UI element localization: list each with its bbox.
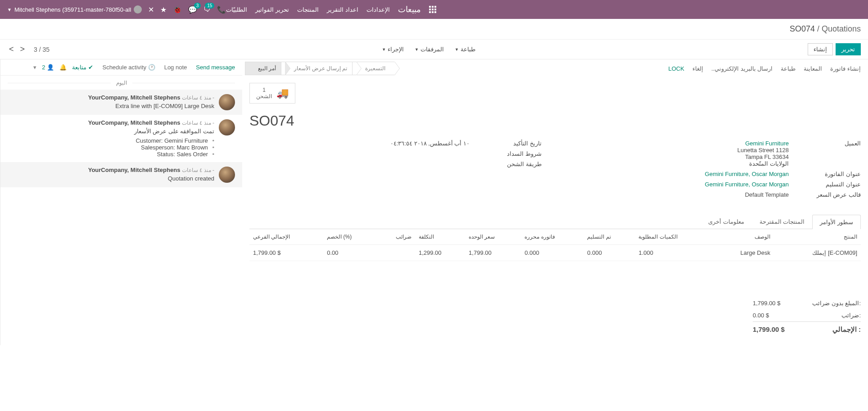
col-unit-price: سعر الوحده (465, 229, 521, 245)
customer-value: Gemini Furniture Lunetta Street 1128 Tam… (569, 140, 789, 167)
lock-button[interactable]: LOCK (669, 65, 684, 72)
confirm-date-label: تاريخ التأكيد (488, 140, 542, 147)
chat-icon[interactable]: 💬3 (188, 5, 197, 14)
tab-other-info[interactable]: معلومات أخرى (701, 214, 752, 229)
apps-icon[interactable] (429, 6, 436, 13)
controls-row: < > 3 / 35 ▼ الإجراء ▼ المرفقات ▼ طباعة … (0, 40, 868, 59)
payment-terms-label: شروط السداد (488, 150, 542, 157)
svg-rect-3 (429, 9, 431, 10)
svg-rect-5 (434, 9, 436, 10)
schedule-activity-link[interactable]: Schedule activity 🕐 (102, 64, 155, 71)
chat-badge: 3 (194, 3, 201, 9)
col-cost: التكلفة (415, 229, 465, 245)
col-qty: الكميات المطلوبة (635, 229, 712, 245)
invoice-address-label: عنوان الفاتورة (807, 171, 861, 177)
top-navbar: ▼ Mitchell Stephens (359711-master-780f5… (0, 0, 868, 19)
send-email-button[interactable]: ارسال بالبريد الإلكتروني.. (711, 65, 773, 72)
chatter-message[interactable]: - منذ ٤ ساعات YourCompany, Mitchell Step… (0, 162, 242, 187)
col-invoiced: فاتوره محرره (521, 229, 583, 245)
delivery-address-label: عنوان التسليم (807, 181, 861, 188)
chatter-message[interactable]: - منذ ٤ ساعات YourCompany, Mitchell Step… (0, 90, 242, 115)
untaxed-value: 1,799.00 $ (753, 300, 780, 307)
total-label: الإجمالي : (832, 325, 861, 334)
phone-icon[interactable]: 📞 (217, 5, 226, 14)
print-button[interactable]: طباعة (781, 65, 796, 72)
message-content: Quotation created (8, 175, 214, 182)
form-view: إنشاء فاتورة المعاينة طباعة ارسال بالبري… (242, 59, 868, 345)
nav-products[interactable]: المنتجات (297, 6, 319, 13)
table-row[interactable]: [E-COM09] إيملك Large Desk 1.000 0.000 0… (249, 245, 861, 261)
day-separator: اليوم (0, 76, 242, 90)
col-discount: الخصم (%) (323, 229, 377, 245)
col-product: المنتج (774, 229, 861, 245)
breadcrumb-row: SO074 / Quotations (0, 19, 868, 40)
truck-icon: 🚚 (276, 87, 289, 99)
totals-box: 1,799.00 $المبلغ بدون ضرائب: 0.00 $ضرائب… (753, 297, 861, 336)
app-brand: مبيعات (398, 5, 421, 14)
create-button[interactable]: إنشاء (808, 43, 833, 55)
message-content: تمت الموافقه على عرض الأسعار Customer: G… (8, 128, 214, 158)
next-arrow-icon[interactable]: > (18, 45, 27, 54)
taxes-value: 0.00 $ (753, 312, 769, 319)
tabs: سطور الأوامر المنتجات المقترحة معلومات أ… (249, 214, 861, 229)
follower-count[interactable]: 2 👤 (42, 64, 54, 71)
svg-rect-2 (434, 6, 436, 8)
chatter-message[interactable]: - منذ ٤ ساعات YourCompany, Mitchell Step… (0, 115, 242, 162)
invoice-address-link[interactable]: Gemini Furniture, Oscar Morgan (705, 171, 789, 177)
status-step-order[interactable]: أمر البيع (245, 62, 285, 75)
nav-reporting[interactable]: اعداد التقرير (327, 6, 358, 13)
breadcrumb-parent[interactable]: Quotations (822, 24, 861, 33)
follower-dropdown[interactable]: ▾ (33, 64, 36, 71)
nav-settings[interactable]: الإعدادات (366, 6, 390, 13)
delivery-address-link[interactable]: Gemini Furniture, Oscar Morgan (705, 181, 789, 188)
preview-button[interactable]: المعاينة (804, 65, 822, 72)
cancel-button[interactable]: إلغاء (692, 65, 703, 72)
chatter-panel: ▾ 2 👤 🔔 متابعة ✔ Schedule activity 🕐 Log… (0, 59, 242, 345)
nav-invoicing[interactable]: تحرير الفواتير (255, 6, 289, 13)
customer-link[interactable]: Gemini Furniture (745, 140, 789, 147)
order-lines-table: المنتج الوصف الكميات المطلوبة تم التسليم… (249, 229, 861, 261)
tab-order-lines[interactable]: سطور الأوامر (812, 215, 861, 229)
nav-orders[interactable]: الطلبيّات (226, 6, 247, 13)
star-icon[interactable]: ★ (160, 5, 167, 14)
print-dropdown[interactable]: ▼ طباعة (455, 46, 475, 53)
col-subtotal: الإجمالي الفرعي (249, 229, 323, 245)
bug-icon[interactable]: 🐞 (173, 5, 182, 14)
prev-arrow-icon[interactable]: < (7, 45, 16, 54)
action-dropdown[interactable]: ▼ الإجراء (382, 46, 404, 53)
send-message-link[interactable]: Send message (196, 64, 235, 71)
avatar-icon (134, 5, 142, 14)
svg-rect-6 (429, 11, 431, 13)
user-env-menu[interactable]: ▼ Mitchell Stephens (359711-master-780f5… (7, 5, 142, 14)
svg-rect-1 (432, 6, 434, 8)
create-invoice-button[interactable]: إنشاء فاتورة (830, 65, 861, 72)
total-value: 1,799.00 $ (753, 325, 785, 334)
template-label: قالب عرض السعر (807, 191, 861, 198)
delivery-stat-button[interactable]: 🚚 1الشحن (249, 83, 295, 104)
user-env-label: Mitchell Stephens (359711-master-780f50-… (14, 6, 131, 13)
edit-button[interactable]: تحرير (836, 43, 861, 55)
discuss-icon[interactable]: 🗨15 (203, 5, 211, 14)
svg-rect-7 (432, 11, 434, 13)
col-desc: الوصف (712, 229, 774, 245)
log-note-link[interactable]: Log note (164, 64, 187, 71)
status-bar: أمر البيع تم إرسال عرض الأسعار التسعيرة (249, 62, 395, 75)
attachments-dropdown[interactable]: ▼ المرفقات (415, 46, 444, 53)
avatar (219, 94, 235, 110)
close-icon[interactable]: ✕ (148, 5, 154, 14)
col-taxes: ضرائب (377, 229, 415, 245)
breadcrumb-current: SO074 (790, 24, 815, 33)
follow-button[interactable]: متابعة ✔ (72, 64, 93, 71)
status-step-sent[interactable]: تم إرسال عرض الأسعار (281, 62, 357, 75)
check-icon: ✔ (88, 64, 93, 71)
svg-rect-8 (434, 11, 436, 13)
bell-icon[interactable]: 🔔 (59, 64, 67, 71)
message-author: YourCompany, Mitchell Stephens (88, 167, 181, 173)
chatter-header: ▾ 2 👤 🔔 متابعة ✔ Schedule activity 🕐 Log… (0, 59, 242, 76)
svg-rect-4 (432, 9, 434, 10)
confirm-date-value: ١٠ أب أغسطس, ٢٠١٨ ٠٤:٣٦:٥٤ (249, 140, 470, 147)
avatar (219, 167, 235, 183)
tab-optional-products[interactable]: المنتجات المقترحة (752, 214, 813, 229)
col-delivered: تم التسليم (583, 229, 635, 245)
user-icon: 👤 (47, 64, 54, 71)
